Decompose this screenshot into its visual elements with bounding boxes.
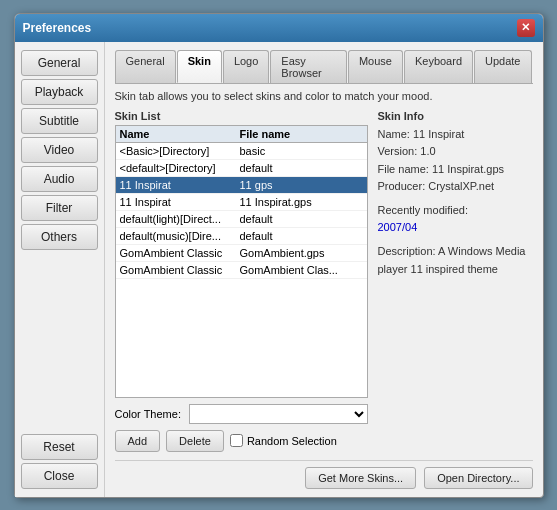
skin-name-gom2: GomAmbient Classic bbox=[120, 264, 240, 276]
skin-row-11inspirat-selected[interactable]: 11 Inspirat 11 gps bbox=[116, 177, 367, 194]
skin-info-panel: Skin Info Name: 11 Inspirat Version: 1.0… bbox=[378, 110, 533, 452]
skin-info-version-label: Version: bbox=[378, 145, 418, 157]
skin-info-modified-value: 2007/04 bbox=[378, 219, 533, 237]
skin-info-name-row: Name: 11 Inspirat bbox=[378, 126, 533, 144]
skin-info-label: Skin Info bbox=[378, 110, 533, 122]
sidebar-item-audio[interactable]: Audio bbox=[21, 166, 98, 192]
skin-row-default-music[interactable]: default(music)[Dire... default bbox=[116, 228, 367, 245]
close-button[interactable]: Close bbox=[21, 463, 98, 489]
tab-keyboard[interactable]: Keyboard bbox=[404, 50, 473, 83]
skin-info-filename-row: File name: 11 Inspirat.gps bbox=[378, 161, 533, 179]
title-bar: Preferences ✕ bbox=[15, 14, 543, 42]
tab-skin[interactable]: Skin bbox=[177, 50, 222, 83]
skin-info-producer-label: Producer: bbox=[378, 180, 426, 192]
close-window-button[interactable]: ✕ bbox=[517, 19, 535, 37]
skin-info-modified-row: Recently modified: 2007/04 bbox=[378, 202, 533, 237]
skin-list-header: Name File name bbox=[116, 126, 367, 143]
skin-action-buttons: Add Delete Random Selection bbox=[115, 430, 368, 452]
skin-row-default-light[interactable]: default(light)[Direct... default bbox=[116, 211, 367, 228]
skin-info-producer-row: Producer: CrystalXP.net bbox=[378, 178, 533, 196]
col-header-name: Name bbox=[120, 128, 240, 140]
preferences-window: Preferences ✕ General Playback Subtitle … bbox=[14, 13, 544, 498]
skin-file-default-music: default bbox=[240, 230, 363, 242]
skin-info-desc-label: Description: bbox=[378, 245, 436, 257]
tab-description: Skin tab allows you to select skins and … bbox=[115, 90, 533, 102]
skin-name-11inspirat-gps: 11 Inspirat bbox=[120, 196, 240, 208]
sidebar-item-others[interactable]: Others bbox=[21, 224, 98, 250]
skin-name-default: <default>[Directory] bbox=[120, 162, 240, 174]
window-title: Preferences bbox=[23, 21, 92, 35]
skin-info-filename-value: 11 Inspirat.gps bbox=[432, 163, 504, 175]
get-more-skins-button[interactable]: Get More Skins... bbox=[305, 467, 416, 489]
main-panel: General Skin Logo Easy Browser Mouse Key… bbox=[105, 42, 543, 497]
skin-list-label: Skin List bbox=[115, 110, 368, 122]
sidebar-top: General Playback Subtitle Video Audio Fi… bbox=[21, 50, 98, 250]
skin-info-version-value: 1.0 bbox=[420, 145, 435, 157]
skin-list-panel: Skin List Name File name <Basic>[Directo… bbox=[115, 110, 368, 452]
open-directory-button[interactable]: Open Directory... bbox=[424, 467, 532, 489]
color-theme-row: Color Theme: bbox=[115, 404, 368, 424]
bottom-buttons-row: Get More Skins... Open Directory... bbox=[115, 460, 533, 489]
skin-row-11inspirat-gps[interactable]: 11 Inspirat 11 Inspirat.gps bbox=[116, 194, 367, 211]
skin-name-11inspirat: 11 Inspirat bbox=[120, 179, 240, 191]
skin-row-basic[interactable]: <Basic>[Directory] basic bbox=[116, 143, 367, 160]
skin-info-filename-label: File name: bbox=[378, 163, 429, 175]
sidebar-item-video[interactable]: Video bbox=[21, 137, 98, 163]
col-header-filename: File name bbox=[240, 128, 363, 140]
sidebar-item-playback[interactable]: Playback bbox=[21, 79, 98, 105]
skin-list-box[interactable]: Name File name <Basic>[Directory] basic … bbox=[115, 125, 368, 398]
delete-skin-button[interactable]: Delete bbox=[166, 430, 224, 452]
skin-name-gom1: GomAmbient Classic bbox=[120, 247, 240, 259]
sidebar-item-filter[interactable]: Filter bbox=[21, 195, 98, 221]
skin-info-content: Name: 11 Inspirat Version: 1.0 File name… bbox=[378, 126, 533, 279]
content-area: General Playback Subtitle Video Audio Fi… bbox=[15, 42, 543, 497]
random-selection-label[interactable]: Random Selection bbox=[230, 434, 337, 447]
sidebar-item-general[interactable]: General bbox=[21, 50, 98, 76]
skin-info-name-label: Name: bbox=[378, 128, 410, 140]
add-skin-button[interactable]: Add bbox=[115, 430, 161, 452]
sidebar: General Playback Subtitle Video Audio Fi… bbox=[15, 42, 105, 497]
tab-logo[interactable]: Logo bbox=[223, 50, 269, 83]
tab-update[interactable]: Update bbox=[474, 50, 531, 83]
skin-info-desc-row: Description: A Windows Media player 11 i… bbox=[378, 243, 533, 278]
skin-name-default-music: default(music)[Dire... bbox=[120, 230, 240, 242]
skin-file-basic: basic bbox=[240, 145, 363, 157]
skin-info-modified-label: Recently modified: bbox=[378, 202, 533, 220]
skin-file-11inspirat-gps: 11 Inspirat.gps bbox=[240, 196, 363, 208]
color-theme-label: Color Theme: bbox=[115, 408, 181, 420]
skin-row-gom1[interactable]: GomAmbient Classic GomAmbient.gps bbox=[116, 245, 367, 262]
reset-button[interactable]: Reset bbox=[21, 434, 98, 460]
random-selection-text: Random Selection bbox=[247, 435, 337, 447]
two-col-layout: Skin List Name File name <Basic>[Directo… bbox=[115, 110, 533, 452]
skin-info-name-value: 11 Inspirat bbox=[413, 128, 464, 140]
skin-name-basic: <Basic>[Directory] bbox=[120, 145, 240, 157]
skin-file-gom2: GomAmbient Clas... bbox=[240, 264, 363, 276]
skin-row-gom2[interactable]: GomAmbient Classic GomAmbient Clas... bbox=[116, 262, 367, 279]
skin-file-default-light: default bbox=[240, 213, 363, 225]
tabs-row: General Skin Logo Easy Browser Mouse Key… bbox=[115, 50, 533, 84]
skin-info-producer-value: CrystalXP.net bbox=[428, 180, 494, 192]
skin-row-default[interactable]: <default>[Directory] default bbox=[116, 160, 367, 177]
sidebar-bottom: Reset Close bbox=[21, 434, 98, 489]
skin-info-version-row: Version: 1.0 bbox=[378, 143, 533, 161]
random-selection-checkbox[interactable] bbox=[230, 434, 243, 447]
tab-general[interactable]: General bbox=[115, 50, 176, 83]
color-theme-select[interactable] bbox=[189, 404, 368, 424]
tab-easy-browser[interactable]: Easy Browser bbox=[270, 50, 347, 83]
skin-file-default: default bbox=[240, 162, 363, 174]
skin-name-default-light: default(light)[Direct... bbox=[120, 213, 240, 225]
sidebar-item-subtitle[interactable]: Subtitle bbox=[21, 108, 98, 134]
skin-file-11inspirat: 11 gps bbox=[240, 179, 363, 191]
skin-file-gom1: GomAmbient.gps bbox=[240, 247, 363, 259]
tab-mouse[interactable]: Mouse bbox=[348, 50, 403, 83]
